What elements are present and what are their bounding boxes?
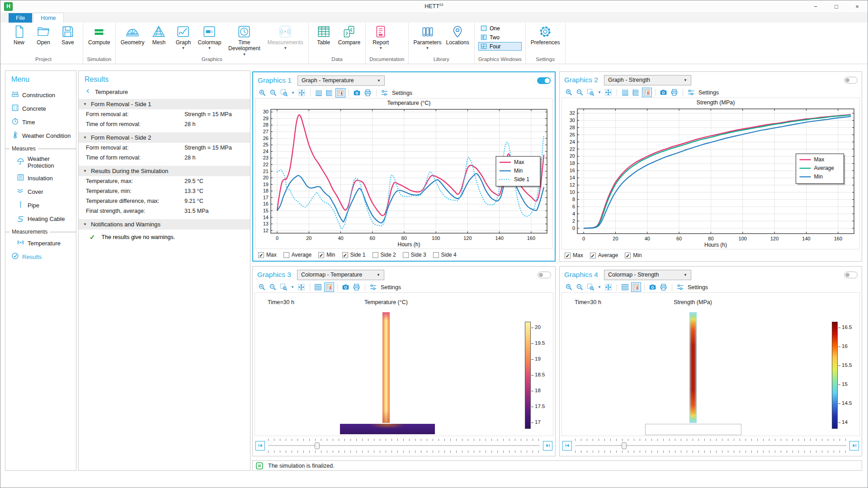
ribbon-item-save[interactable]: Save: [56, 25, 80, 46]
print-icon[interactable]: [670, 88, 679, 97]
ribbon-item-locations[interactable]: Locations: [444, 25, 472, 46]
zoom-in-icon[interactable]: [257, 88, 267, 98]
sidebar-item-pipe[interactable]: Pipe: [5, 198, 76, 212]
graphics4-plot-area[interactable]: Time=30 hStrength (MPa)16.51615.51514.51…: [561, 292, 860, 436]
ribbon-item-one[interactable]: One: [478, 24, 522, 33]
sidebar-item-construction[interactable]: Construction: [5, 88, 76, 102]
checkbox-side-2[interactable]: Side 2: [373, 252, 396, 258]
grid-icon[interactable]: [620, 282, 630, 292]
zoom-in-icon[interactable]: [257, 282, 267, 292]
sidebar-item-time[interactable]: Time: [5, 115, 76, 129]
graphics4-toggle[interactable]: [844, 272, 858, 278]
zoom-out-icon[interactable]: [575, 282, 585, 292]
sidebar-item-cover[interactable]: Cover: [5, 185, 76, 198]
slider-step-forward-button[interactable]: [849, 441, 859, 450]
ribbon-item-open[interactable]: Open: [31, 25, 56, 46]
slider-handle[interactable]: [622, 442, 627, 449]
zoom-out-icon[interactable]: [268, 88, 278, 98]
ribbon-item-four[interactable]: Four: [478, 42, 522, 51]
results-section-header-results-during-the-simulation[interactable]: ▼Results During the Simulation: [79, 166, 250, 176]
checkbox-max[interactable]: ✓Max: [258, 252, 277, 258]
ribbon-item-table[interactable]: Table: [311, 25, 336, 46]
sidebar-item-concrete[interactable]: Concrete: [5, 102, 76, 115]
settings-button-label[interactable]: Settings: [698, 89, 719, 96]
print-icon[interactable]: [363, 88, 373, 98]
slider-track[interactable]: [575, 442, 846, 449]
results-section-header-form-removal-side-2[interactable]: ▼Form Removal - Side 2: [79, 132, 250, 143]
grid-icon[interactable]: [313, 282, 323, 292]
graphics3-toggle[interactable]: [538, 272, 551, 278]
zoom-in-icon[interactable]: [564, 282, 574, 292]
fit-icon[interactable]: [604, 282, 613, 292]
zoom-in-icon[interactable]: [564, 88, 574, 97]
settings-button-label[interactable]: Settings: [381, 284, 401, 291]
fit-icon[interactable]: [604, 88, 613, 97]
print-icon[interactable]: [659, 282, 669, 292]
checkbox-side-3[interactable]: Side 3: [403, 252, 426, 258]
grid-x-icon[interactable]: [314, 88, 324, 98]
checkbox-max[interactable]: ✓Max: [565, 252, 583, 258]
print-icon[interactable]: [352, 282, 362, 292]
zoom-region-icon[interactable]: [585, 282, 595, 292]
chevron-down-icon[interactable]: ▼: [598, 285, 601, 289]
tab-home[interactable]: Home: [33, 13, 63, 23]
checkbox-average[interactable]: ✓Average: [590, 252, 618, 258]
fit-icon[interactable]: [297, 282, 307, 292]
checkbox-side-1[interactable]: ✓Side 1: [342, 252, 366, 258]
settings-icon[interactable]: [380, 88, 390, 98]
chevron-down-icon[interactable]: ▼: [291, 91, 295, 95]
close-button[interactable]: ×: [847, 0, 868, 12]
zoom-out-icon[interactable]: [575, 88, 585, 97]
settings-button-label[interactable]: Settings: [688, 284, 708, 291]
results-section-header-notifications-and-warnings[interactable]: ▼Notifications and Warnings: [79, 219, 250, 230]
checkbox-average[interactable]: Average: [283, 252, 311, 258]
ribbon-item-new[interactable]: New: [7, 25, 31, 46]
ribbon-item-colormap[interactable]: Colormap▼: [195, 25, 223, 50]
slider-step-forward-button[interactable]: [543, 441, 552, 450]
graphics2-toggle[interactable]: [844, 77, 858, 84]
graphics3-plot-area[interactable]: Time=30 hTemperature (°C)2019.51918.5181…: [255, 292, 553, 436]
grid-y-icon[interactable]: [325, 88, 335, 98]
graphics1-view-dropdown[interactable]: Graph - Temperature▼: [297, 75, 385, 86]
checkbox-min[interactable]: ✓Min: [625, 252, 642, 258]
ribbon-item-two[interactable]: Two: [478, 33, 522, 42]
ribbon-item-compute[interactable]: Compute: [86, 25, 113, 46]
grid-x-icon[interactable]: [620, 88, 630, 97]
ribbon-item-preferences[interactable]: Preferences: [528, 25, 562, 46]
sidebar-item-results[interactable]: Results: [5, 250, 76, 263]
settings-button-label[interactable]: Settings: [392, 90, 412, 96]
zoom-region-icon[interactable]: [279, 88, 289, 98]
slider-handle[interactable]: [315, 442, 320, 449]
legend-icon[interactable]: [642, 88, 652, 97]
graphics3-view-dropdown[interactable]: Colormap - Temperature▼: [297, 270, 384, 280]
zoom-region-icon[interactable]: [278, 282, 288, 292]
sidebar-item-weather-condition[interactable]: Weather Condition: [5, 129, 76, 142]
slider-step-back-button[interactable]: [255, 441, 265, 450]
camera-icon[interactable]: [352, 88, 362, 98]
strength-chart[interactable]: Strength (MPa)02040608010012014016002468…: [562, 98, 859, 249]
chevron-down-icon[interactable]: ▼: [598, 90, 601, 94]
slider-track[interactable]: [268, 442, 540, 449]
legend-icon[interactable]: [324, 282, 334, 292]
settings-icon[interactable]: [675, 282, 685, 292]
chevron-down-icon[interactable]: ▼: [291, 285, 294, 289]
results-back-nav[interactable]: Temperature: [86, 88, 250, 95]
ribbon-item-measurements[interactable]: Measurements▼: [265, 25, 305, 50]
ribbon-item-mesh[interactable]: Mesh: [146, 25, 171, 46]
fit-icon[interactable]: [297, 88, 307, 98]
legend-icon[interactable]: [631, 282, 641, 292]
graphics1-toggle[interactable]: [537, 77, 551, 84]
graphics4-view-dropdown[interactable]: Colormap - Strength▼: [604, 270, 691, 280]
camera-icon[interactable]: [659, 88, 669, 97]
sidebar-item-temperature[interactable]: Temperature: [5, 236, 76, 250]
temperature-chart[interactable]: Temperature (°C)020406080100120140160121…: [255, 99, 552, 249]
graphics1-plot-area[interactable]: Temperature (°C)020406080100120140160121…: [255, 98, 553, 249]
zoom-out-icon[interactable]: [268, 282, 278, 292]
grid-y-icon[interactable]: [631, 88, 641, 97]
maximize-button[interactable]: □: [826, 0, 847, 12]
results-section-header-form-removal-side-1[interactable]: ▼Form Removal - Side 1: [79, 99, 250, 109]
graphics2-view-dropdown[interactable]: Graph - Strength▼: [604, 75, 691, 85]
ribbon-item-parameters[interactable]: Parameters▼: [411, 25, 444, 50]
settings-icon[interactable]: [368, 282, 378, 292]
sidebar-item-insulation[interactable]: Insulation: [5, 171, 76, 185]
